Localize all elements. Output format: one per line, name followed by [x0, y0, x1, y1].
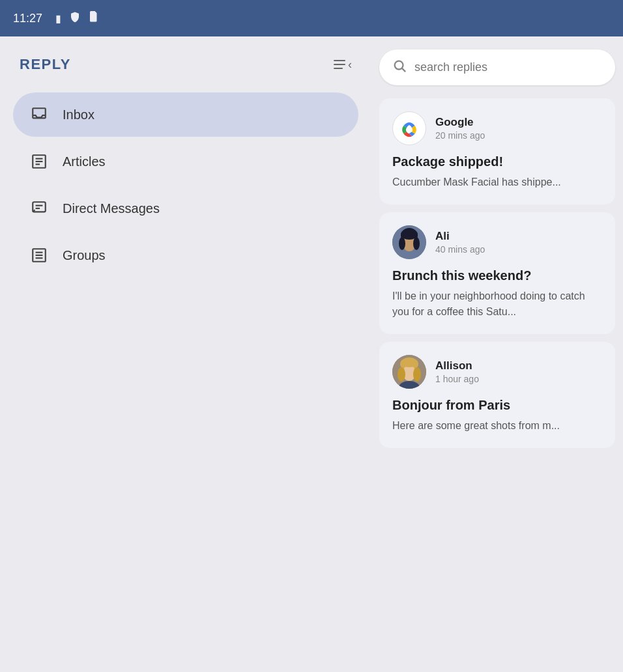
message-preview: I'll be in your neighborhood doing to ca…: [392, 288, 602, 320]
chevron-left-icon: ‹: [348, 58, 352, 72]
direct-messages-icon: [29, 198, 50, 219]
hamburger-icon: [334, 60, 345, 69]
google-avatar: [392, 111, 426, 145]
articles-icon: [29, 151, 50, 172]
sidebar-header: REPLY ‹: [13, 56, 358, 73]
main-container: REPLY ‹ Inbox: [0, 36, 623, 672]
message-card[interactable]: Google 20 mins ago Package shipped! Cucu…: [379, 98, 615, 204]
svg-point-17: [399, 237, 405, 250]
message-preview: Here are some great shots from m...: [392, 418, 602, 434]
ali-face-image: [392, 225, 426, 259]
sender-time: 1 hour ago: [435, 374, 479, 384]
articles-label: Articles: [63, 154, 106, 169]
status-bar: 11:27 ▮: [0, 0, 623, 36]
sender-time: 20 mins ago: [435, 130, 485, 141]
groups-label: Groups: [63, 248, 106, 263]
keyboard-icon: ▮: [55, 12, 61, 25]
shield-icon: [69, 11, 81, 25]
hamburger-close-button[interactable]: ‹: [334, 58, 352, 72]
sender-name: Ali: [435, 230, 485, 243]
sidebar-item-direct-messages[interactable]: Direct Messages: [13, 186, 358, 231]
sdcard-icon: [89, 11, 99, 25]
nav-menu: Inbox Articles: [13, 92, 358, 277]
sidebar-item-inbox[interactable]: Inbox: [13, 92, 358, 137]
sidebar-item-articles[interactable]: Articles: [13, 139, 358, 184]
card-header: Google 20 mins ago: [392, 111, 602, 145]
svg-rect-0: [33, 108, 46, 118]
groups-icon: [29, 245, 50, 266]
svg-point-18: [413, 237, 420, 250]
sidebar: REPLY ‹ Inbox: [0, 36, 371, 672]
search-icon: [392, 59, 407, 76]
svg-line-13: [402, 68, 405, 72]
message-preview: Cucumber Mask Facial has shippe...: [392, 175, 602, 190]
app-title: REPLY: [20, 56, 71, 73]
message-subject: Bonjour from Paris: [392, 398, 602, 413]
sender-info: Google 20 mins ago: [435, 116, 485, 141]
svg-point-12: [395, 61, 403, 70]
status-time: 11:27: [13, 12, 42, 25]
inbox-label: Inbox: [63, 107, 94, 122]
svg-point-23: [398, 367, 405, 382]
inbox-icon: [29, 104, 50, 125]
direct-messages-label: Direct Messages: [63, 201, 160, 216]
search-bar[interactable]: [379, 49, 615, 85]
right-panel: Google 20 mins ago Package shipped! Cucu…: [371, 36, 623, 672]
sender-info: Allison 1 hour ago: [435, 359, 479, 384]
allison-avatar: [392, 355, 426, 389]
sender-name: Google: [435, 116, 485, 129]
ali-avatar: [392, 225, 426, 259]
sidebar-item-groups[interactable]: Groups: [13, 233, 358, 277]
card-header: Ali 40 mins ago: [392, 225, 602, 259]
card-header: Allison 1 hour ago: [392, 355, 602, 389]
message-subject: Brunch this weekend?: [392, 268, 602, 283]
sender-name: Allison: [435, 359, 479, 372]
sender-time: 40 mins ago: [435, 244, 485, 255]
svg-point-24: [413, 367, 421, 382]
message-subject: Package shipped!: [392, 154, 602, 169]
search-input[interactable]: [414, 61, 602, 74]
message-card[interactable]: Ali 40 mins ago Brunch this weekend? I'l…: [379, 212, 615, 334]
sender-info: Ali 40 mins ago: [435, 230, 485, 255]
svg-point-19: [401, 229, 418, 240]
message-card[interactable]: Allison 1 hour ago Bonjour from Paris He…: [379, 342, 615, 448]
svg-point-25: [401, 358, 418, 367]
